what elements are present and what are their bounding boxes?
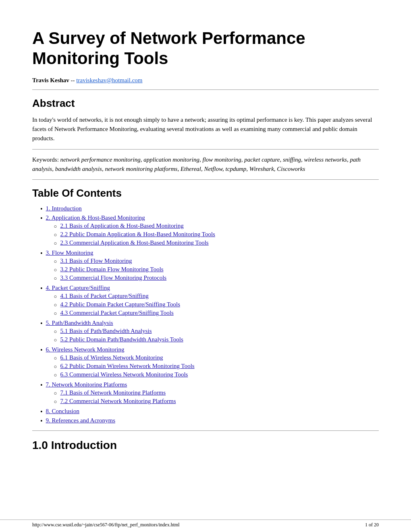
divider-after-author xyxy=(32,89,379,90)
toc-sub-item: 7.2 Commercial Network Monitoring Platfo… xyxy=(54,398,176,405)
toc-sub-item: 4.3 Commercial Packet Capture/Sniffing T… xyxy=(54,310,180,317)
toc-link[interactable]: 1. Introduction xyxy=(46,205,82,212)
toc-sub-item: 6.1 Basis of Wireless Network Monitoring xyxy=(54,354,195,362)
toc-sub-list: 7.1 Basis of Network Monitoring Platform… xyxy=(46,389,176,406)
toc-link[interactable]: 3. Flow Monitoring xyxy=(46,249,167,256)
toc-sub-link[interactable]: 6.1 Basis of Wireless Network Monitoring xyxy=(60,354,163,361)
toc-sub-link[interactable]: 4.2 Public Domain Packet Capture/Sniffin… xyxy=(60,301,180,308)
toc-item: 8. Conclusion xyxy=(40,408,379,416)
toc-sub-link[interactable]: 4.1 Basis of Packet Capture/Sniffing xyxy=(60,293,148,299)
toc-link[interactable]: 6. Wireless Network Monitoring xyxy=(46,346,195,353)
keywords-paragraph: Keywords: network performance monitoring… xyxy=(32,155,379,174)
toc-sub-link[interactable]: 6.3 Commercial Wireless Network Monitori… xyxy=(60,371,188,378)
toc-sub-link[interactable]: 3.2 Public Domain Flow Monitoring Tools xyxy=(60,266,163,273)
author-separator: -- xyxy=(71,77,77,83)
toc-link[interactable]: 5. Path/Bandwidth Analysis xyxy=(46,320,183,326)
author-email[interactable]: traviskeshav@hotmail.com xyxy=(76,77,142,83)
toc-sub-link[interactable]: 2.1 Basis of Application & Host-Based Mo… xyxy=(60,222,183,229)
toc-item-content: 7. Network Monitoring Platforms7.1 Basis… xyxy=(46,381,176,406)
toc-heading: Table Of Contents xyxy=(32,187,379,200)
toc-sub-list: 3.1 Basis of Flow Monitoring3.2 Public D… xyxy=(46,258,167,283)
author-name: Travis Keshav xyxy=(32,77,69,83)
toc-item: 7. Network Monitoring Platforms7.1 Basis… xyxy=(40,381,379,406)
page-footer: http://www.cse.wustl.edu/~jain/cse567-06… xyxy=(0,520,411,528)
toc-sub-link[interactable]: 3.1 Basis of Flow Monitoring xyxy=(60,258,132,264)
keywords-text: network performance monitoring, applicat… xyxy=(32,156,361,172)
toc-sub-link[interactable]: 7.2 Commercial Network Monitoring Platfo… xyxy=(60,398,176,405)
toc-sub-list: 2.1 Basis of Application & Host-Based Mo… xyxy=(46,222,215,248)
toc-item: 5. Path/Bandwidth Analysis5.1 Basis of P… xyxy=(40,320,379,345)
toc-sub-item: 2.1 Basis of Application & Host-Based Mo… xyxy=(54,222,215,230)
keywords-label: Keywords: xyxy=(32,156,60,163)
toc-sub-item: 6.3 Commercial Wireless Network Monitori… xyxy=(54,371,195,378)
toc-sub-list: 5.1 Basis of Path/Bandwidth Analysis5.2 … xyxy=(46,328,183,345)
toc-sub-item: 3.3 Commercial Flow Monitoring Protocols xyxy=(54,274,167,282)
footer-page: 1 of 20 xyxy=(365,522,379,528)
toc-sub-item: 5.1 Basis of Path/Bandwidth Analysis xyxy=(54,328,183,335)
toc-item: 6. Wireless Network Monitoring6.1 Basis … xyxy=(40,346,379,380)
toc-item-content: 8. Conclusion xyxy=(46,408,79,415)
toc-sub-link[interactable]: 5.2 Public Domain Path/Bandwidth Analysi… xyxy=(60,336,183,343)
toc-link[interactable]: 4. Packet Capture/Sniffing xyxy=(46,285,180,291)
divider-after-keywords xyxy=(32,179,379,180)
toc-link[interactable]: 8. Conclusion xyxy=(46,408,79,415)
footer-url[interactable]: http://www.cse.wustl.edu/~jain/cse567-06… xyxy=(32,522,180,528)
toc-sub-item: 2.3 Commercial Application & Host-Based … xyxy=(54,239,215,247)
toc-item: 2. Application & Host-Based Monitoring2.… xyxy=(40,214,379,248)
divider-after-abstract xyxy=(32,149,379,150)
author-line: Travis Keshav -- traviskeshav@hotmail.co… xyxy=(32,77,379,84)
page-title: A Survey of Network Performance Monitori… xyxy=(32,28,379,69)
toc-sub-item: 7.1 Basis of Network Monitoring Platform… xyxy=(54,389,176,397)
toc-sub-item: 2.2 Public Domain Application & Host-Bas… xyxy=(54,231,215,238)
toc-item-content: 9. References and Acronyms xyxy=(46,417,115,424)
toc-item-content: 2. Application & Host-Based Monitoring2.… xyxy=(46,214,215,248)
toc-list: 1. Introduction2. Application & Host-Bas… xyxy=(40,205,379,425)
divider-after-toc xyxy=(32,430,379,431)
toc-sub-item: 4.1 Basis of Packet Capture/Sniffing xyxy=(54,293,180,300)
intro-heading: 1.0 Introduction xyxy=(32,439,379,452)
toc-item-content: 3. Flow Monitoring3.1 Basis of Flow Moni… xyxy=(46,249,167,283)
toc-sub-link[interactable]: 4.3 Commercial Packet Capture/Sniffing T… xyxy=(60,310,173,316)
toc-sub-list: 6.1 Basis of Wireless Network Monitoring… xyxy=(46,354,195,380)
toc-item-content: 6. Wireless Network Monitoring6.1 Basis … xyxy=(46,346,195,380)
toc-item: 3. Flow Monitoring3.1 Basis of Flow Moni… xyxy=(40,249,379,283)
toc-sub-link[interactable]: 3.3 Commercial Flow Monitoring Protocols xyxy=(60,274,166,281)
abstract-heading: Abstract xyxy=(32,97,379,110)
toc-sub-item: 5.2 Public Domain Path/Bandwidth Analysi… xyxy=(54,336,183,343)
toc-sub-item: 3.1 Basis of Flow Monitoring xyxy=(54,258,167,265)
toc-sub-item: 3.2 Public Domain Flow Monitoring Tools xyxy=(54,266,167,273)
toc-sub-link[interactable]: 2.3 Commercial Application & Host-Based … xyxy=(60,239,208,246)
toc-item: 9. References and Acronyms xyxy=(40,417,379,425)
toc-sub-list: 4.1 Basis of Packet Capture/Sniffing4.2 … xyxy=(46,293,180,318)
toc-sub-link[interactable]: 5.1 Basis of Path/Bandwidth Analysis xyxy=(60,328,152,335)
toc-sub-link[interactable]: 2.2 Public Domain Application & Host-Bas… xyxy=(60,231,215,238)
toc-sub-link[interactable]: 6.2 Public Domain Wireless Network Monit… xyxy=(60,363,194,370)
toc-item-content: 1. Introduction xyxy=(46,205,82,212)
toc-item-content: 5. Path/Bandwidth Analysis5.1 Basis of P… xyxy=(46,320,183,345)
toc-link[interactable]: 2. Application & Host-Based Monitoring xyxy=(46,214,215,221)
toc-link[interactable]: 7. Network Monitoring Platforms xyxy=(46,381,176,388)
toc-sub-item: 6.2 Public Domain Wireless Network Monit… xyxy=(54,363,195,370)
toc-item: 1. Introduction xyxy=(40,205,379,213)
toc-item: 4. Packet Capture/Sniffing4.1 Basis of P… xyxy=(40,285,379,318)
toc-sub-item: 4.2 Public Domain Packet Capture/Sniffin… xyxy=(54,301,180,308)
toc-sub-link[interactable]: 7.1 Basis of Network Monitoring Platform… xyxy=(60,389,166,396)
toc-link[interactable]: 9. References and Acronyms xyxy=(46,417,115,424)
abstract-body: In today's world of networks, it is not … xyxy=(32,115,379,143)
toc-item-content: 4. Packet Capture/Sniffing4.1 Basis of P… xyxy=(46,285,180,318)
